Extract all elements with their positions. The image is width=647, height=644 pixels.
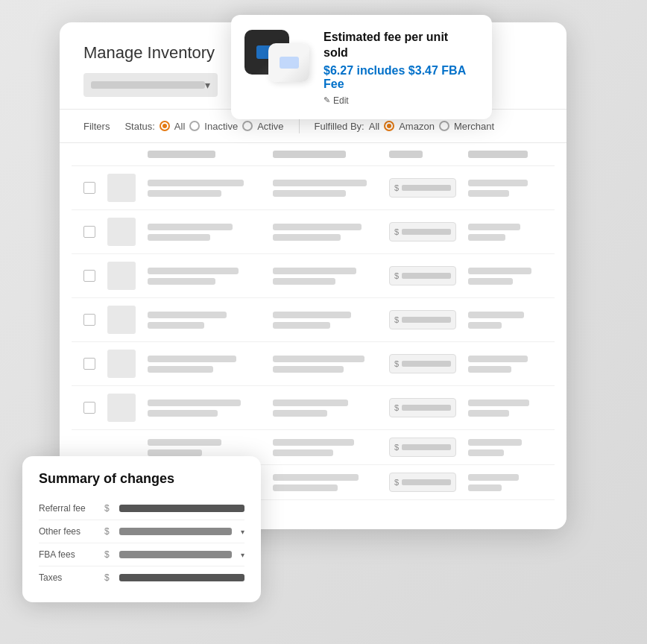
product-thumbnail	[107, 262, 136, 290]
chevron-down-icon[interactable]: ▾	[241, 528, 244, 536]
row-checkbox[interactable]	[83, 226, 95, 238]
row-checkbox[interactable]	[83, 314, 95, 326]
row-right-info	[468, 268, 543, 285]
product-name-bar	[148, 439, 221, 446]
product-thumbnail	[107, 174, 136, 202]
header-price-col	[389, 151, 456, 158]
row-checkbox[interactable]	[83, 270, 95, 282]
mid-bar-2	[273, 410, 327, 417]
product-name-bar	[148, 224, 233, 230]
row-right-info	[468, 439, 543, 456]
active-radio[interactable]	[242, 121, 253, 131]
other-fees-bar	[119, 528, 232, 535]
right-bar-1	[468, 400, 529, 406]
product-name-bar	[148, 400, 241, 406]
summary-row-taxes: Taxes $	[39, 566, 244, 589]
price-cell[interactable]: $	[389, 398, 456, 417]
price-cell[interactable]: $	[389, 266, 456, 285]
product-sku-bar	[148, 278, 215, 285]
table-header	[72, 143, 555, 166]
inactive-radio[interactable]	[189, 121, 200, 131]
price-cell[interactable]: $	[389, 178, 456, 198]
price-value-bar	[402, 361, 451, 367]
right-bar-2	[468, 234, 505, 241]
mid-bar-2	[273, 322, 330, 329]
edit-link[interactable]: ✎ Edit	[324, 95, 474, 106]
taxes-bar	[119, 574, 244, 581]
product-info	[148, 180, 261, 197]
mid-bar-2	[273, 278, 335, 285]
right-bar-2	[468, 366, 511, 373]
mid-bar-1	[273, 356, 364, 362]
fulfilled-label: Fulfilled By:	[315, 121, 364, 132]
fee-card: Estimated fee per unit sold $6.27 includ…	[231, 15, 492, 119]
right-bar-2	[468, 449, 504, 456]
table-row: $	[72, 210, 555, 254]
mid-bar-1	[273, 180, 367, 186]
table-row: $	[72, 298, 555, 342]
amazon-label[interactable]: Amazon	[399, 121, 435, 132]
right-bar-2	[468, 322, 502, 329]
dollar-sign: $	[394, 227, 399, 236]
row-right-info	[468, 400, 543, 417]
mid-bar-1	[273, 312, 351, 318]
mid-bar-1	[273, 474, 359, 481]
product-name-bar	[148, 268, 239, 274]
right-bar-1	[468, 224, 520, 230]
product-thumbnail	[107, 218, 136, 246]
row-checkbox[interactable]	[83, 358, 95, 370]
merchant-radio[interactable]	[439, 121, 449, 131]
fulfilled-all-label[interactable]: All	[369, 121, 379, 132]
dropdown-input[interactable]: ▾	[83, 73, 218, 97]
header-bar-1	[148, 151, 215, 158]
edit-label[interactable]: Edit	[333, 95, 349, 106]
price-cell[interactable]: $	[389, 354, 456, 373]
chevron-down-icon[interactable]: ▾	[241, 551, 244, 559]
summary-title: Summary of changes	[39, 471, 244, 487]
price-cell[interactable]: $	[389, 310, 456, 329]
fee-title: Estimated fee per unit sold	[324, 30, 474, 61]
dropdown-bar-fill	[91, 81, 205, 89]
row-checkbox[interactable]	[83, 182, 95, 194]
price-cell[interactable]: $	[389, 473, 456, 492]
product-name-bar	[148, 312, 227, 318]
mid-bar-1	[273, 224, 362, 230]
header-product-col	[148, 151, 261, 158]
mid-bar-2	[273, 484, 338, 491]
table-row: $	[72, 342, 555, 386]
row-right-info	[468, 224, 543, 241]
price-cell[interactable]: $	[389, 438, 456, 457]
table-row: $	[72, 254, 555, 298]
right-bar-2	[468, 410, 509, 417]
row-right-info	[468, 180, 543, 197]
mid-bar-2	[273, 234, 341, 241]
row-mid-info	[273, 439, 377, 456]
price-value-bar	[402, 273, 451, 279]
product-thumbnail	[107, 306, 136, 334]
referral-fee-label: Referral fee	[39, 503, 98, 514]
price-value-bar	[402, 229, 451, 235]
product-info	[148, 356, 261, 373]
header-right-col	[468, 151, 543, 158]
product-sku-bar	[148, 449, 202, 456]
fulfilled-filter-group: Fulfilled By: All Amazon Merchant	[315, 121, 495, 132]
product-sku-bar	[148, 366, 213, 373]
right-bar-1	[468, 312, 524, 318]
merchant-label[interactable]: Merchant	[454, 121, 494, 132]
all-radio[interactable]	[160, 121, 170, 131]
dollar-sign: $	[394, 443, 399, 452]
row-checkbox[interactable]	[83, 402, 95, 414]
inactive-filter-label[interactable]: Inactive	[204, 121, 238, 132]
row-right-info	[468, 474, 543, 491]
fba-fees-label: FBA fees	[39, 549, 98, 560]
product-info	[148, 400, 261, 417]
fba-fees-bar	[119, 551, 232, 558]
divider	[299, 119, 300, 133]
amazon-radio[interactable]	[384, 121, 394, 131]
right-bar-1	[468, 356, 528, 362]
all-filter-label[interactable]: All	[174, 121, 185, 132]
active-filter-label[interactable]: Active	[257, 121, 283, 132]
price-cell[interactable]: $	[389, 222, 456, 242]
summary-row-other: Other fees $ ▾	[39, 520, 244, 543]
product-info	[148, 439, 261, 456]
